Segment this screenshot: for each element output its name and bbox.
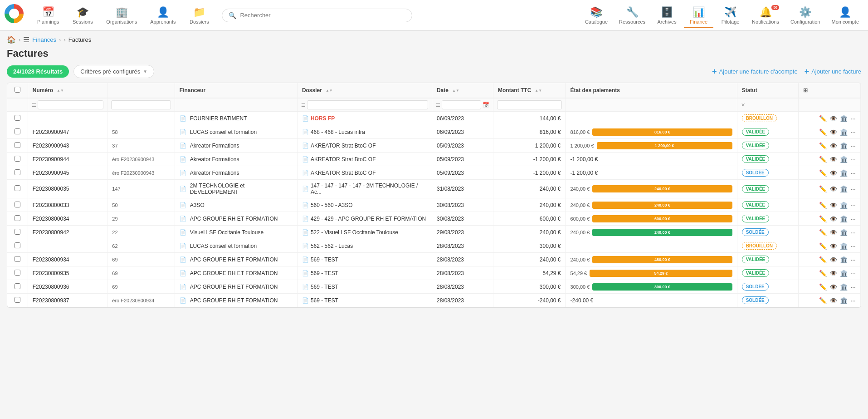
view-icon[interactable]: 👁️	[829, 215, 837, 222]
sort-icon-montant[interactable]: ▲▼	[535, 89, 542, 93]
row-checkbox-cell[interactable]	[7, 266, 28, 280]
more-icon[interactable]: ···	[850, 156, 856, 163]
add-facture-link[interactable]: + Ajouter une facture	[805, 67, 861, 76]
sort-icon-numero[interactable]: ▲▼	[57, 89, 64, 93]
row-checkbox[interactable]	[15, 256, 20, 262]
archive-icon[interactable]: 🏛️	[840, 128, 848, 136]
edit-icon[interactable]: ✏️	[819, 229, 827, 236]
row-checkbox-cell[interactable]	[7, 139, 28, 153]
row-checkbox[interactable]	[15, 185, 20, 191]
view-icon[interactable]: 👁️	[829, 297, 837, 304]
row-checkbox[interactable]	[15, 229, 20, 235]
row-checkbox-cell[interactable]	[7, 253, 28, 266]
row-checkbox-cell[interactable]	[7, 212, 28, 226]
search-input[interactable]	[240, 12, 405, 19]
archive-icon[interactable]: 🏛️	[840, 185, 848, 192]
add-acompte-link[interactable]: + Ajouter une facture d'acompte	[712, 67, 798, 76]
more-icon[interactable]: ···	[850, 115, 856, 122]
more-icon[interactable]: ···	[850, 142, 856, 149]
more-icon[interactable]: ···	[850, 169, 856, 177]
more-icon[interactable]: ···	[850, 185, 856, 192]
calendar-icon[interactable]: 📅	[483, 102, 489, 108]
view-icon[interactable]: 👁️	[829, 156, 837, 163]
row-checkbox[interactable]	[15, 242, 20, 248]
header-dossier[interactable]: Dossier ▲▼	[297, 83, 432, 98]
archive-icon[interactable]: 🏛️	[840, 215, 848, 222]
view-icon[interactable]: 👁️	[829, 128, 837, 136]
view-icon[interactable]: 👁️	[829, 283, 837, 291]
archive-icon[interactable]: 🏛️	[840, 202, 848, 209]
header-date[interactable]: Date ▲▼	[432, 83, 493, 98]
row-checkbox-cell[interactable]	[7, 112, 28, 125]
view-icon[interactable]: 👁️	[829, 169, 837, 177]
filter-input-numero[interactable]	[38, 100, 104, 109]
archive-icon[interactable]: 🏛️	[840, 256, 848, 263]
more-icon[interactable]: ···	[850, 242, 856, 250]
view-icon[interactable]: 👁️	[829, 229, 837, 236]
archive-icon[interactable]: 🏛️	[840, 270, 848, 277]
edit-icon[interactable]: ✏️	[819, 283, 827, 291]
more-icon[interactable]: ···	[850, 202, 856, 209]
nav-item-plannings[interactable]: 📅 Plannings	[32, 3, 64, 28]
row-checkbox[interactable]	[15, 270, 20, 276]
edit-icon[interactable]: ✏️	[819, 297, 827, 304]
edit-icon[interactable]: ✏️	[819, 156, 827, 163]
nav-item-mon-compte[interactable]: 👤 Mon compte	[827, 3, 863, 28]
more-icon[interactable]: ···	[850, 256, 856, 263]
more-icon[interactable]: ···	[850, 297, 856, 304]
row-checkbox-cell[interactable]	[7, 153, 28, 166]
row-checkbox-cell[interactable]	[7, 180, 28, 198]
nav-item-dossiers[interactable]: 📁 Dossiers	[183, 3, 215, 28]
row-checkbox[interactable]	[15, 283, 20, 289]
header-checkbox[interactable]	[7, 83, 28, 98]
row-checkbox-cell[interactable]	[7, 226, 28, 239]
row-checkbox-cell[interactable]	[7, 125, 28, 139]
edit-icon[interactable]: ✏️	[819, 242, 827, 250]
view-icon[interactable]: 👁️	[829, 142, 837, 149]
filter-dropdown[interactable]: Critères pré-configurés ▼	[73, 65, 154, 78]
row-checkbox-cell[interactable]	[7, 166, 28, 180]
filter-input-montant[interactable]	[497, 100, 562, 109]
more-icon[interactable]: ···	[850, 229, 856, 236]
more-icon[interactable]: ···	[850, 215, 856, 222]
row-checkbox-cell[interactable]	[7, 294, 28, 307]
view-icon[interactable]: 👁️	[829, 256, 837, 263]
row-checkbox-cell[interactable]	[7, 280, 28, 294]
more-icon[interactable]: ···	[850, 128, 856, 136]
archive-icon[interactable]: 🏛️	[840, 115, 848, 122]
row-checkbox[interactable]	[15, 128, 20, 134]
breadcrumb-finances[interactable]: Finances	[32, 36, 56, 43]
nav-item-organisations[interactable]: 🏢 Organisations	[101, 3, 142, 28]
more-icon[interactable]: ···	[850, 270, 856, 277]
view-icon[interactable]: 👁️	[829, 185, 837, 192]
edit-icon[interactable]: ✏️	[819, 185, 827, 192]
row-checkbox[interactable]	[15, 202, 20, 207]
row-checkbox[interactable]	[15, 115, 20, 121]
header-actions[interactable]: ⊞	[798, 83, 860, 98]
more-icon[interactable]: ···	[850, 283, 856, 291]
sort-icon-date[interactable]: ▲▼	[452, 89, 459, 93]
row-checkbox-cell[interactable]	[7, 239, 28, 253]
archive-icon[interactable]: 🏛️	[840, 283, 848, 291]
edit-icon[interactable]: ✏️	[819, 202, 827, 209]
search-box[interactable]: 🔍	[222, 9, 412, 22]
sort-icon-dossier[interactable]: ▲▼	[326, 89, 333, 93]
col-settings-icon[interactable]: ⊞	[803, 87, 808, 94]
nav-item-notifications[interactable]: 50 🔔 Notifications	[747, 3, 784, 28]
edit-icon[interactable]: ✏️	[819, 169, 827, 177]
edit-icon[interactable]: ✏️	[819, 115, 827, 122]
home-icon[interactable]: 🏠	[7, 35, 16, 44]
filter-input-date[interactable]	[442, 100, 481, 109]
row-checkbox[interactable]	[15, 215, 20, 221]
filter-input-ref[interactable]	[111, 100, 171, 109]
nav-item-ressources[interactable]: 🔧 Ressources	[614, 3, 650, 28]
edit-icon[interactable]: ✏️	[819, 256, 827, 263]
nav-item-pilotage[interactable]: ✈️ Pilotage	[716, 3, 745, 28]
view-icon[interactable]: 👁️	[829, 242, 837, 250]
header-montant[interactable]: Montant TTC ▲▼	[493, 83, 566, 98]
header-numero[interactable]: Numéro ▲▼	[28, 83, 107, 98]
header-financeur[interactable]: Financeur	[175, 83, 297, 98]
edit-icon[interactable]: ✏️	[819, 142, 827, 149]
row-checkbox[interactable]	[15, 156, 20, 162]
row-checkbox[interactable]	[15, 169, 20, 175]
